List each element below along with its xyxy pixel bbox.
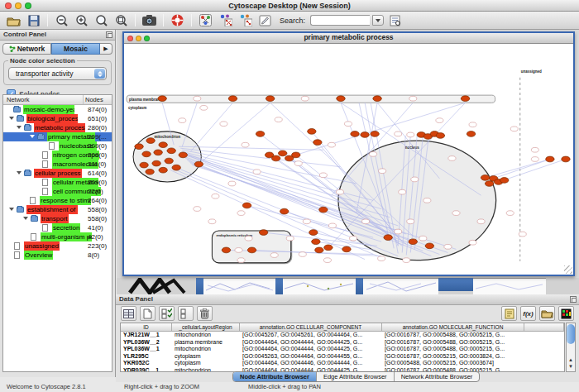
search-dropdown-icon[interactable] bbox=[372, 15, 384, 26]
selected-network-node[interactable] bbox=[409, 239, 417, 245]
selected-network-node[interactable] bbox=[146, 169, 154, 174]
network-node[interactable] bbox=[395, 131, 402, 136]
scroll-up-icon[interactable]: ▲ bbox=[568, 357, 573, 362]
expand-arrow-icon[interactable] bbox=[23, 217, 28, 220]
selected-network-node[interactable] bbox=[481, 175, 489, 181]
selected-network-node[interactable] bbox=[337, 96, 345, 102]
network-node[interactable] bbox=[378, 256, 385, 261]
selected-network-node[interactable] bbox=[247, 247, 256, 253]
selected-network-node[interactable] bbox=[324, 245, 333, 251]
tree-row[interactable]: nitrogen compo209(0) bbox=[3, 151, 112, 160]
selected-network-node[interactable] bbox=[259, 230, 267, 236]
zoom-selected-icon[interactable] bbox=[93, 12, 110, 28]
expand-arrow-icon[interactable] bbox=[17, 126, 22, 129]
attribute-table[interactable]: ID_cellularLayoutRegionannotation.GO CEL… bbox=[120, 323, 565, 372]
selected-network-node[interactable] bbox=[312, 239, 320, 245]
network-edge[interactable] bbox=[486, 159, 550, 177]
network-node[interactable] bbox=[350, 236, 357, 241]
network-node[interactable] bbox=[303, 219, 310, 224]
network-node[interactable] bbox=[328, 223, 336, 228]
more-tabs-button[interactable]: ▶ bbox=[100, 43, 112, 55]
heatmap-icon[interactable] bbox=[558, 306, 574, 321]
network-node[interactable] bbox=[275, 117, 282, 122]
tree-column-nodes[interactable]: Nodes bbox=[84, 95, 112, 104]
selected-network-node[interactable] bbox=[373, 96, 381, 102]
tree-row[interactable]: primary metabo209(... bbox=[3, 132, 112, 141]
selected-network-node[interactable] bbox=[135, 144, 143, 150]
unselect-attributes-icon[interactable] bbox=[178, 306, 194, 321]
search-options-icon[interactable] bbox=[386, 12, 404, 28]
network-node[interactable] bbox=[242, 142, 249, 147]
selected-network-node[interactable] bbox=[342, 246, 351, 252]
network-node[interactable] bbox=[200, 106, 208, 111]
network-edge[interactable] bbox=[499, 159, 566, 181]
resize-grip[interactable] bbox=[564, 265, 572, 274]
selected-network-node[interactable] bbox=[384, 235, 392, 241]
selected-network-node[interactable] bbox=[159, 167, 167, 173]
network-node[interactable] bbox=[423, 198, 431, 203]
selected-network-node[interactable] bbox=[308, 129, 316, 135]
selected-network-node[interactable] bbox=[228, 96, 237, 102]
network-node[interactable] bbox=[245, 236, 252, 241]
selected-network-node[interactable] bbox=[280, 208, 288, 214]
selected-network-node[interactable] bbox=[313, 140, 322, 146]
network-edge[interactable] bbox=[494, 159, 550, 178]
selected-network-node[interactable] bbox=[167, 148, 175, 154]
selected-network-node[interactable] bbox=[146, 138, 155, 144]
network-node[interactable] bbox=[194, 207, 201, 212]
selected-network-node[interactable] bbox=[351, 131, 359, 137]
selected-network-node[interactable] bbox=[140, 162, 148, 168]
selected-network-node[interactable] bbox=[159, 142, 167, 148]
save-session-icon[interactable] bbox=[25, 12, 42, 28]
selected-network-node[interactable] bbox=[154, 150, 162, 155]
tree-row[interactable]: biological_process651(0) bbox=[3, 114, 112, 123]
network-node[interactable] bbox=[436, 118, 443, 123]
selected-network-node[interactable] bbox=[271, 155, 280, 161]
attribute-panel-icon[interactable] bbox=[121, 306, 136, 321]
selected-network-node[interactable] bbox=[158, 96, 166, 102]
tree-row[interactable]: transport558(0) bbox=[3, 214, 112, 223]
float-panel-icon[interactable] bbox=[106, 31, 112, 38]
annotation-note-icon[interactable] bbox=[501, 306, 517, 321]
close-icon[interactable] bbox=[127, 36, 133, 41]
network-node[interactable] bbox=[531, 147, 538, 152]
network-window-titlebar[interactable]: primary metabolic process bbox=[124, 33, 573, 44]
network-node[interactable] bbox=[336, 189, 343, 194]
selected-network-node[interactable] bbox=[292, 152, 300, 158]
function-builder-icon[interactable]: f(x) bbox=[520, 306, 536, 321]
network-node[interactable] bbox=[407, 219, 414, 224]
network-node[interactable] bbox=[301, 96, 309, 101]
network-node[interactable] bbox=[510, 127, 518, 131]
help-icon[interactable] bbox=[169, 12, 186, 28]
table-row[interactable]: YLR295Ccytoplasm[GO:0045263, GO:0044464,… bbox=[121, 353, 564, 361]
tree-row[interactable]: mosaic-demo-yeast874(0) bbox=[3, 105, 112, 114]
scroll-down-icon[interactable]: ▼ bbox=[568, 364, 573, 369]
float-panel-icon[interactable] bbox=[570, 296, 577, 303]
expand-arrow-icon[interactable] bbox=[17, 171, 22, 174]
table-column-header[interactable]: _cellularLayoutRegion bbox=[172, 323, 240, 331]
selected-network-node[interactable] bbox=[142, 151, 151, 157]
network-node[interactable] bbox=[469, 240, 476, 245]
network-node[interactable] bbox=[237, 258, 245, 263]
selected-network-node[interactable] bbox=[546, 156, 554, 162]
network-node[interactable] bbox=[399, 189, 406, 194]
tree-row[interactable]: cellular metabo209(0) bbox=[3, 178, 112, 187]
selected-network-node[interactable] bbox=[425, 243, 433, 249]
selected-network-node[interactable] bbox=[371, 131, 379, 137]
network-node[interactable] bbox=[409, 96, 417, 101]
expand-arrow-icon[interactable] bbox=[9, 208, 14, 211]
tree-row[interactable]: cellular process614(0) bbox=[3, 169, 112, 178]
network-node[interactable] bbox=[286, 236, 294, 241]
network-node[interactable] bbox=[506, 211, 514, 216]
selected-network-node[interactable] bbox=[315, 247, 323, 253]
tree-row[interactable]: response to stimulu264(0) bbox=[3, 196, 112, 205]
selected-network-node[interactable] bbox=[194, 161, 203, 167]
selected-network-node[interactable] bbox=[242, 203, 251, 208]
expand-arrow-icon[interactable] bbox=[9, 117, 14, 120]
selected-network-node[interactable] bbox=[179, 152, 187, 158]
network-node[interactable] bbox=[220, 122, 227, 127]
network-node[interactable] bbox=[323, 258, 331, 263]
selected-network-node[interactable] bbox=[361, 132, 369, 138]
network-node[interactable] bbox=[452, 211, 460, 216]
delete-attribute-icon[interactable] bbox=[197, 306, 213, 321]
